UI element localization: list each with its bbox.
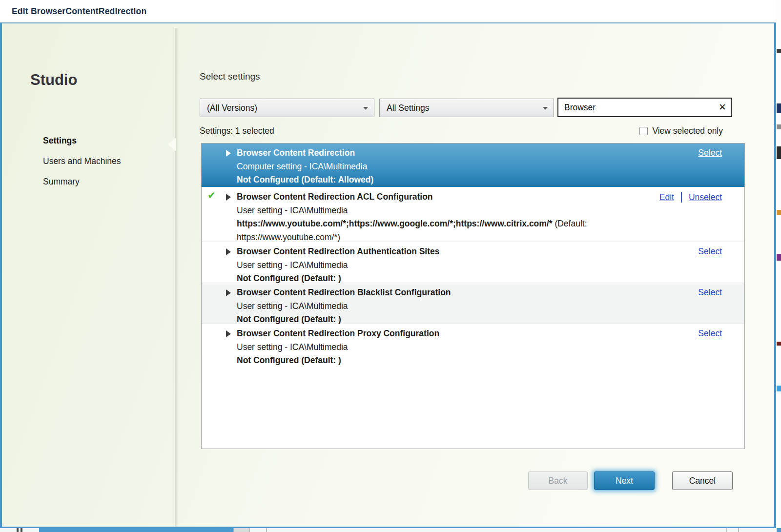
back-button[interactable]: Back xyxy=(528,471,588,490)
version-dropdown-value: (All Versions) xyxy=(207,103,257,113)
setting-value: Not Configured (Default: Allowed) xyxy=(237,175,373,184)
dialog-titlebar: Edit BrowserContentRedirection xyxy=(0,0,776,23)
setting-scope: User setting - ICA\Multimedia xyxy=(237,341,659,354)
wizard-steps: Settings Users and Machines Summary xyxy=(43,136,121,197)
settings-search: ✕ xyxy=(557,98,732,117)
next-button[interactable]: Next xyxy=(594,471,655,490)
setting-title: Browser Content Redirection Proxy Config… xyxy=(237,327,659,341)
view-selected-only-label[interactable]: View selected only xyxy=(652,126,723,136)
selected-check-icon: ✔ xyxy=(207,189,216,201)
background-horizontal-scrollbar xyxy=(39,528,233,532)
view-selected-only: View selected only xyxy=(639,126,723,136)
setting-scope: User setting - ICA\Multimedia xyxy=(237,204,659,218)
view-selected-only-checkbox[interactable] xyxy=(639,127,648,135)
sidebar-item-users-and-machines[interactable]: Users and Machines xyxy=(43,156,121,177)
settings-list: Browser Content Redirection Computer set… xyxy=(201,143,745,449)
select-link[interactable]: Select xyxy=(698,287,722,298)
setting-row-acl-configuration[interactable]: ✔ Browser Content Redirection ACL Config… xyxy=(202,187,744,242)
background-window-sliver xyxy=(776,0,781,532)
version-dropdown[interactable]: (All Versions) xyxy=(200,99,374,117)
setting-scope: User setting - ICA\Multimedia xyxy=(237,259,659,272)
expand-icon[interactable] xyxy=(226,330,231,337)
studio-logo: Studio xyxy=(30,71,77,89)
category-dropdown[interactable]: All Settings xyxy=(379,99,554,117)
setting-row-authentication-sites[interactable]: Browser Content Redirection Authenticati… xyxy=(202,242,744,283)
setting-row-blacklist-configuration[interactable]: Browser Content Redirection Blacklist Co… xyxy=(202,283,744,324)
expand-icon[interactable] xyxy=(226,289,231,296)
edit-policy-dialog: Edit BrowserContentRedirection Studio Se… xyxy=(0,0,776,528)
category-dropdown-value: All Settings xyxy=(387,103,430,113)
page-title: Select settings xyxy=(200,71,260,82)
setting-row-proxy-configuration[interactable]: Browser Content Redirection Proxy Config… xyxy=(202,324,744,365)
screen: Edit BrowserContentRedirection Studio Se… xyxy=(0,0,781,532)
setting-title: Browser Content Redirection Authenticati… xyxy=(237,245,659,259)
chevron-down-icon xyxy=(543,107,548,110)
setting-title: Browser Content Redirection ACL Configur… xyxy=(237,190,659,204)
edit-link[interactable]: Edit xyxy=(659,192,674,203)
setting-row-browser-content-redirection[interactable]: Browser Content Redirection Computer set… xyxy=(202,143,744,187)
clear-search-icon[interactable]: ✕ xyxy=(714,99,731,116)
chevron-down-icon xyxy=(363,107,368,110)
sidebar-item-summary[interactable]: Summary xyxy=(43,177,121,197)
background-window-bottom-strip xyxy=(0,528,781,532)
select-link[interactable]: Select xyxy=(698,148,722,158)
setting-scope: Computer setting - ICA\Multimedia xyxy=(237,160,659,174)
setting-title: Browser Content Redirection xyxy=(237,146,659,160)
sidebar-divider xyxy=(175,28,179,527)
dialog-title: Edit BrowserContentRedirection xyxy=(12,6,146,17)
select-link[interactable]: Select xyxy=(698,246,722,257)
active-step-pointer xyxy=(168,138,176,151)
select-link[interactable]: Select xyxy=(698,328,722,339)
cancel-button[interactable]: Cancel xyxy=(672,471,733,490)
search-input[interactable] xyxy=(558,102,714,113)
expand-icon[interactable] xyxy=(226,248,231,255)
unselect-link[interactable]: Unselect xyxy=(689,192,722,203)
setting-value: https://www.youtube.com/*;https://www.go… xyxy=(237,219,553,228)
sidebar-item-settings[interactable]: Settings xyxy=(43,136,121,156)
expand-icon[interactable] xyxy=(226,150,231,157)
setting-value: Not Configured (Default: ) xyxy=(237,355,341,365)
setting-value: Not Configured (Default: ) xyxy=(237,273,341,283)
setting-value: Not Configured (Default: ) xyxy=(237,314,341,324)
setting-scope: User setting - ICA\Multimedia xyxy=(237,300,659,313)
setting-title: Browser Content Redirection Blacklist Co… xyxy=(237,286,659,300)
link-separator xyxy=(681,192,682,203)
expand-icon[interactable] xyxy=(226,194,231,201)
selected-count: Settings: 1 selected xyxy=(200,126,274,136)
